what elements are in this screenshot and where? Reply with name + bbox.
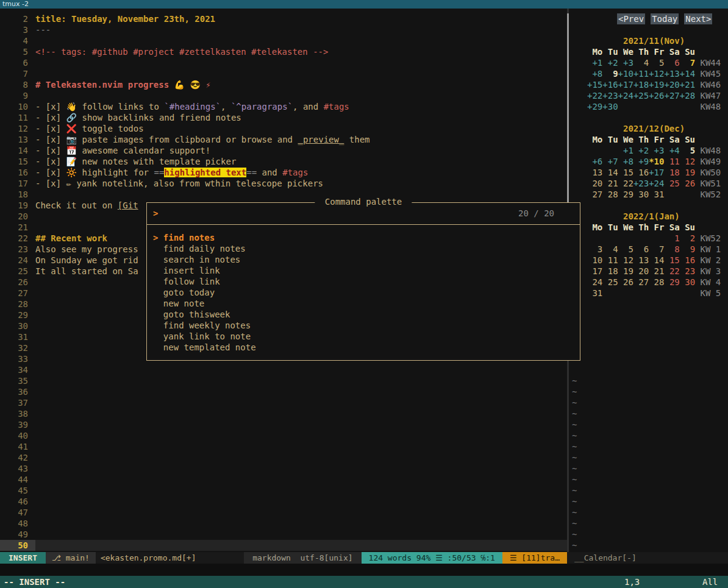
calendar-day[interactable]: 29 [618,190,633,199]
calendar-day[interactable]: 24 [587,277,602,287]
calendar-day[interactable]: 19 [680,168,695,177]
editor-line[interactable]: 40 [0,430,567,441]
editor-line[interactable]: 8# Telekasten.nvim progress 💪 😎 ⚡ [0,79,567,90]
calendar-day[interactable]: 13 [587,168,602,177]
scrollbar-thumb[interactable] [567,13,569,202]
calendar-day[interactable]: 11 [664,157,679,166]
editor-line[interactable]: 47 [0,507,567,518]
calendar-day[interactable]: +27 [664,91,679,101]
palette-item[interactable]: new note [147,298,580,309]
calendar-day[interactable]: 30 [633,190,649,199]
calendar-day[interactable]: 3 [587,244,602,254]
editor-line[interactable]: 6 [0,57,567,68]
calendar-day[interactable]: 14 [602,168,618,177]
calendar-day[interactable]: 9 [602,69,618,79]
calendar-day[interactable]: +3 [618,58,633,68]
calendar-day[interactable]: 27 [633,277,649,287]
calendar-day[interactable]: +21 [680,80,695,90]
calendar-day[interactable]: 15 [618,168,633,177]
editor-line[interactable]: 10- [x] 👋 follow links to `#headings`, `… [0,101,567,112]
calendar-day[interactable]: 13 [633,255,649,265]
calendar-day[interactable]: 11 [602,255,618,265]
calendar-day[interactable]: +6 [587,157,602,166]
palette-item[interactable]: follow link [147,276,580,287]
calendar-day[interactable]: +1 [618,146,633,155]
palette-item[interactable]: insert link [147,265,580,276]
editor-line[interactable]: 35 [0,375,567,386]
calendar-day[interactable]: 28 [602,190,618,199]
editor-line[interactable]: 48 [0,518,567,529]
command-line[interactable]: :lua require('telekasten').panel() [0,564,728,576]
calendar-day[interactable]: 5 [680,146,695,155]
editor-line[interactable]: 7 [0,68,567,79]
calendar-day[interactable]: 25 [664,179,679,188]
calendar-today-button[interactable]: Today [651,13,679,24]
calendar-day[interactable]: 31 [649,190,664,199]
palette-item[interactable]: search in notes [147,254,580,265]
calendar-day[interactable]: +20 [664,80,679,90]
calendar-day[interactable]: 15 [664,255,679,265]
calendar-day[interactable]: 22 [664,266,679,276]
calendar-day[interactable]: +13 [664,69,679,79]
calendar-day[interactable]: +22 [587,91,602,101]
palette-item[interactable]: find weekly notes [147,320,580,331]
calendar-day[interactable]: +16 [602,80,618,90]
calendar-day[interactable]: 9 [680,244,695,254]
calendar-day[interactable]: 16 [680,255,695,265]
editor-line[interactable]: 39 [0,419,567,430]
calendar-day[interactable]: +11 [633,69,649,79]
calendar-day[interactable]: 30 [680,277,695,287]
editor-line[interactable]: 13- [x] 📷 paste images from clipboard or… [0,134,567,145]
calendar-day[interactable]: +26 [649,91,664,101]
editor-line[interactable]: 9 [0,90,567,101]
calendar-day[interactable]: 12 [618,255,633,265]
calendar-day[interactable]: 19 [618,266,633,276]
calendar-day[interactable]: +14 [680,69,695,79]
editor-line[interactable]: 14- [x] 📅 awesome calendar support! [0,145,567,156]
calendar-day[interactable]: +23 [633,179,649,188]
calendar-day[interactable]: 7 [680,58,695,68]
calendar-prev-button[interactable]: <Prev [617,13,645,24]
calendar-day[interactable]: 23 [680,266,695,276]
editor-line[interactable]: 34 [0,364,567,375]
calendar-day[interactable]: +9 [633,157,649,166]
editor-line[interactable]: 44 [0,474,567,485]
calendar-day[interactable]: +8 [618,157,633,166]
calendar-day[interactable]: +28 [680,91,695,101]
calendar-day[interactable]: +3 [649,146,664,155]
calendar-day[interactable]: +30 [602,102,618,112]
calendar-day[interactable]: 4 [633,58,649,68]
editor-line[interactable]: 3--- [0,24,567,35]
editor-line[interactable]: 45 [0,485,567,496]
calendar-day[interactable]: +17 [618,80,633,90]
calendar-day[interactable]: +12 [649,69,664,79]
editor-line[interactable]: 46 [0,496,567,507]
calendar-day[interactable]: 16 [633,168,649,177]
calendar-day[interactable]: +18 [633,80,649,90]
editor-line[interactable]: 50 [0,540,567,551]
calendar-day[interactable]: 26 [680,179,695,188]
editor-line[interactable]: 42 [0,452,567,463]
calendar-day[interactable]: +19 [649,80,664,90]
calendar-day[interactable]: 12 [680,157,695,166]
editor-line[interactable]: 4 [0,35,567,46]
calendar-day[interactable]: 2 [680,233,695,243]
calendar-day[interactable]: 20 [633,266,649,276]
editor-line[interactable]: 2title: Tuesday, November 23th, 2021 [0,13,567,24]
calendar-day[interactable]: 14 [649,255,664,265]
calendar-day[interactable]: 8 [664,244,679,254]
calendar-day[interactable]: 6 [633,244,649,254]
calendar-day[interactable]: 31 [587,288,602,298]
calendar-day[interactable]: 1 [664,233,679,243]
editor-line[interactable]: 12- [x] ❌ toggle todos [0,123,567,134]
palette-item[interactable]: find daily notes [147,243,580,254]
editor-line[interactable]: 17- [x] ✏ yank notelink, also from wthin… [0,178,567,189]
calendar-day[interactable]: 18 [602,266,618,276]
calendar-day[interactable]: +17 [649,168,664,177]
editor-line[interactable]: 5<!-- tags: #github #project #zettelkast… [0,46,567,57]
calendar-day[interactable]: +4 [664,146,679,155]
palette-item[interactable]: new templated note [147,342,580,353]
editor-line[interactable]: 18 [0,189,567,200]
calendar-day[interactable]: +8 [587,69,602,79]
calendar-day[interactable]: 28 [649,277,664,287]
